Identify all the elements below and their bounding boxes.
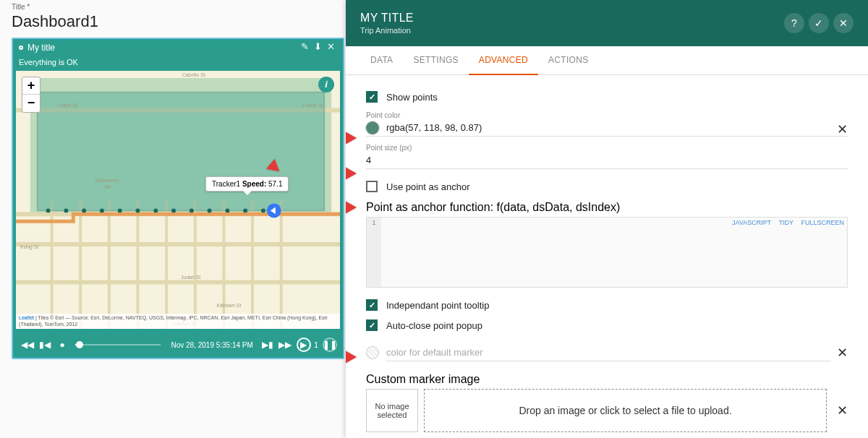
map-attribution: Leaflet | Tiles © Esri — Source: Esri, D… (16, 314, 340, 329)
point-color-swatch[interactable] (366, 121, 379, 134)
callout-arrow-icon (346, 201, 357, 217)
widget-status: Everything is OK (13, 56, 343, 68)
svg-point-16 (82, 208, 86, 212)
image-dropzone[interactable]: Drop an image or click to select a file … (424, 389, 827, 432)
use-anchor-label: Use point as anchor (386, 181, 470, 192)
tool-fullscreen[interactable]: FULLSCREEN (801, 219, 844, 226)
pause-button[interactable]: ❚❚ (323, 338, 337, 352)
clear-icon[interactable]: ✕ (837, 121, 848, 137)
next-button[interactable]: ▶▮ (260, 338, 275, 352)
callout-arrow-icon (346, 351, 357, 366)
show-points-checkbox[interactable] (366, 91, 378, 103)
speed-button[interactable]: ▶ (297, 338, 311, 352)
trip-animation-widget: My title ✎ ⬇ ✕ Everything is OK (12, 38, 344, 359)
clear-icon[interactable]: ✕ (837, 345, 848, 361)
custom-marker-label: Custom marker image (366, 373, 848, 386)
svg-point-25 (243, 208, 247, 212)
no-image-box: No image selected (366, 389, 418, 432)
point-color-input[interactable]: rgba(57, 118, 98, 0.87) (366, 119, 848, 137)
record-icon: ● (55, 338, 69, 352)
dashboard-title-input[interactable]: Dashboard1 (12, 11, 200, 33)
autoclose-popup-checkbox[interactable] (366, 319, 378, 331)
apply-icon[interactable]: ✓ (809, 13, 829, 33)
progress-slider[interactable] (75, 344, 161, 345)
svg-text:Fulton St: Fulton St (57, 103, 77, 108)
speed-value: 1 (314, 340, 318, 349)
anchor-fn-editor[interactable]: 1 JAVASCRIPT TIDY FULLSCREEN (366, 217, 848, 288)
zoom-in-button[interactable]: + (22, 77, 40, 95)
point-tooltip: Tracker1 Speed: 57.1 (205, 176, 289, 192)
svg-point-26 (261, 208, 265, 212)
tab-data[interactable]: DATA (360, 46, 403, 74)
svg-point-24 (225, 208, 229, 212)
map-area[interactable]: Fulton StFulton St Irving StJudah St Kir… (16, 71, 340, 329)
svg-point-17 (100, 208, 104, 212)
independent-tooltip-checkbox[interactable] (366, 299, 378, 311)
callout-arrow-icon (346, 167, 357, 183)
panel-subtitle: Trip Animation (360, 26, 780, 35)
svg-text:Irving St: Irving St (20, 244, 38, 250)
point-size-input[interactable]: 4 (366, 152, 848, 169)
prev-button[interactable]: ▮◀ (38, 338, 52, 352)
point-color-label: Point color (366, 111, 848, 119)
tab-actions[interactable]: ACTIONS (538, 46, 598, 74)
svg-text:Strawberry: Strawberry (95, 178, 119, 184)
forward-button[interactable]: ▶▶ (278, 338, 292, 352)
svg-point-19 (136, 208, 140, 212)
svg-text:Cabrillo St: Cabrillo St (182, 72, 205, 77)
point-size-label: Point size (px) (366, 144, 848, 152)
svg-point-22 (190, 208, 194, 212)
help-icon[interactable]: ? (784, 13, 804, 33)
close-panel-icon[interactable]: ✕ (833, 13, 854, 33)
clear-icon[interactable]: ✕ (837, 403, 848, 418)
zoom-out-button[interactable]: − (22, 95, 40, 112)
zoom-control[interactable]: + − (22, 77, 41, 113)
rewind-button[interactable]: ◀◀ (20, 338, 35, 352)
tab-settings[interactable]: SETTINGS (403, 46, 468, 74)
svg-point-15 (64, 208, 68, 212)
tool-tidy[interactable]: TIDY (779, 219, 793, 226)
autoclose-popup-label: Auto-close point popup (386, 320, 482, 331)
svg-point-14 (46, 208, 51, 212)
default-marker-swatch[interactable] (366, 346, 379, 359)
target-icon (19, 46, 23, 50)
svg-point-18 (118, 208, 122, 212)
svg-point-23 (208, 208, 212, 212)
callout-arrow-icon (346, 132, 357, 147)
tab-advanced[interactable]: ADVANCED (469, 46, 538, 75)
panel-title: MY TITLE (360, 12, 780, 25)
panel-body[interactable]: Show points Point color rgba(57, 118, 98… (346, 75, 868, 438)
timestamp: Nov 28, 2019 5:35:14 PM (171, 341, 252, 349)
svg-text:Hill: Hill (103, 184, 111, 189)
anchor-fn-label: Point as anchor function: f(data, dsData… (366, 201, 848, 214)
tool-javascript[interactable]: JAVASCRIPT (732, 219, 771, 226)
svg-point-20 (153, 208, 158, 212)
svg-point-21 (171, 208, 176, 212)
use-anchor-checkbox[interactable] (366, 181, 378, 192)
close-icon[interactable]: ✕ (324, 41, 337, 54)
show-points-label: Show points (386, 92, 438, 103)
download-icon[interactable]: ⬇ (311, 41, 324, 54)
independent-tooltip-label: Independant point tooltip (386, 300, 489, 311)
playback-bar: ◀◀ ▮◀ ● Nov 28, 2019 5:35:14 PM ▶▮ ▶▶ ▶ … (13, 332, 343, 358)
widget-title: My title (27, 43, 55, 53)
settings-panel: MY TITLE Trip Animation ? ✓ ✕ DATA SETTI… (346, 0, 868, 438)
svg-text:Judah St: Judah St (181, 275, 200, 280)
title-label: Title * (12, 3, 346, 11)
svg-text:Fulton St: Fulton St (302, 103, 323, 108)
default-marker-color-input[interactable]: color for default marker (386, 344, 831, 361)
edit-icon[interactable]: ✎ (298, 41, 311, 54)
svg-text:Kirkham St: Kirkham St (217, 303, 242, 308)
info-icon[interactable]: i (318, 77, 334, 93)
